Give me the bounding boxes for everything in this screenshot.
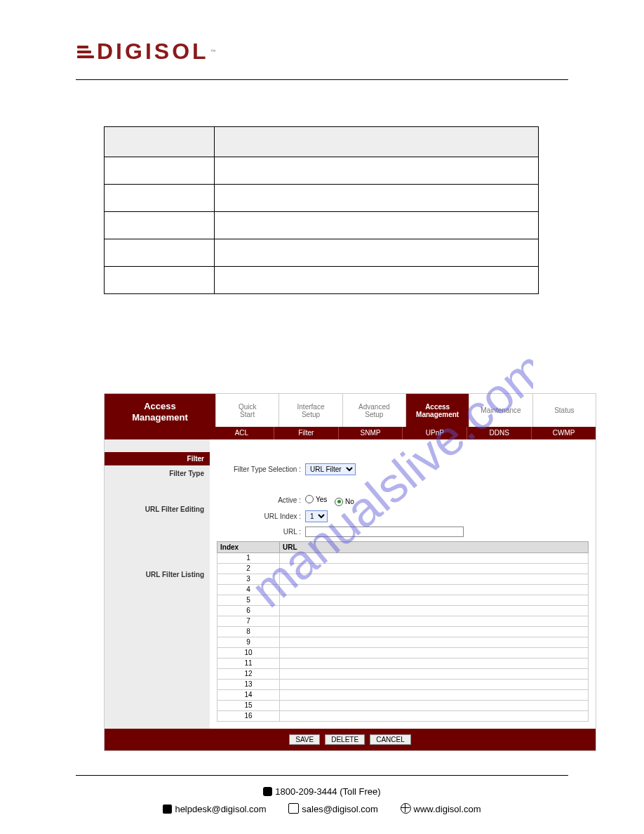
parameter-table (104, 126, 539, 294)
table-row[interactable]: 10 (217, 647, 589, 658)
table-row[interactable]: 1 (217, 552, 589, 563)
footer-web: www.digisol.com (414, 804, 481, 814)
table-row[interactable]: 2 (217, 563, 589, 574)
brand-logo: DIGISOL™ (77, 39, 216, 65)
active-yes-radio[interactable]: Yes (305, 495, 327, 503)
url-input[interactable] (305, 527, 464, 537)
side-label-filter-type: Filter Type (105, 465, 210, 482)
table-row[interactable]: 4 (217, 584, 589, 595)
globe-icon (401, 803, 411, 814)
delete-button[interactable]: DELETE (325, 734, 365, 745)
label-filter-type: Filter Type Selection : (217, 465, 305, 473)
main-tabs: QuickStart InterfaceSetup AdvancedSetup … (215, 394, 596, 427)
hourglass-icon (288, 803, 299, 814)
active-no-radio[interactable]: No (335, 498, 354, 506)
tab-advanced-setup[interactable]: AdvancedSetup (342, 394, 405, 427)
subtab-filter[interactable]: Filter (274, 427, 338, 439)
label-active: Active : (217, 496, 305, 504)
label-url-index: URL Index : (217, 512, 305, 520)
subtab-cwmp[interactable]: CWMP (531, 427, 596, 439)
footer-rule (76, 775, 568, 776)
tab-quick-start[interactable]: QuickStart (215, 394, 279, 427)
footer-helpdesk: helpdesk@digisol.com (175, 804, 266, 814)
filter-type-select[interactable]: URL Filter (305, 463, 356, 475)
tab-access-management[interactable]: AccessManagement (405, 394, 469, 427)
trademark: ™ (210, 48, 216, 55)
side-label-url-editing: URL Filter Editing (105, 501, 210, 517)
table-row[interactable]: 13 (217, 679, 589, 689)
col-url: URL (280, 541, 589, 552)
tab-maintenance[interactable]: Maintenance (469, 394, 532, 427)
tab-status[interactable]: Status (532, 394, 596, 427)
mail-icon (163, 805, 172, 814)
label-url: URL : (217, 528, 305, 536)
table-row[interactable]: 12 (217, 668, 589, 679)
phone-icon (263, 787, 272, 796)
form-area: Filter Type Selection : URL Filter Activ… (210, 439, 596, 729)
side-label-url-listing: URL Filter Listing (105, 567, 210, 583)
table-row[interactable]: 16 (217, 710, 589, 721)
table-row[interactable]: 3 (217, 574, 589, 584)
tab-interface-setup[interactable]: InterfaceSetup (279, 394, 342, 427)
logo-bars-icon (77, 44, 94, 60)
url-index-select[interactable]: 1 (305, 510, 328, 522)
sub-tabs: ACL Filter SNMP UPnP DDNS CWMP (210, 427, 596, 439)
form-footer: SAVE DELETE CANCEL (105, 729, 596, 750)
table-row[interactable]: 11 (217, 658, 589, 668)
save-button[interactable]: SAVE (289, 734, 320, 745)
table-row[interactable]: 8 (217, 626, 589, 637)
subtab-acl[interactable]: ACL (210, 427, 274, 439)
side-labels: Filter Filter Type URL Filter Editing UR… (105, 439, 210, 729)
table-row[interactable]: 14 (217, 689, 589, 700)
table-row[interactable]: 7 (217, 616, 589, 626)
subtab-snmp[interactable]: SNMP (338, 427, 403, 439)
side-head-filter: Filter (105, 452, 210, 465)
table-row[interactable]: 9 (217, 637, 589, 647)
table-row[interactable]: 15 (217, 700, 589, 710)
router-admin-screenshot: AccessManagement QuickStart InterfaceSet… (104, 393, 596, 751)
footer-phone: 1800-209-3444 (Toll Free) (275, 786, 380, 797)
footer-line-2: helpdesk@digisol.com sales@digisol.com w… (0, 803, 644, 814)
url-filter-listing-table: IndexURL 1 2 3 4 5 6 7 8 9 10 11 12 13 1… (217, 541, 589, 722)
section-title: AccessManagement (105, 394, 215, 427)
header-rule (76, 79, 568, 80)
subtab-ddns[interactable]: DDNS (467, 427, 531, 439)
logo-text: DIGISOL (97, 39, 209, 65)
footer-line-1: 1800-209-3444 (Toll Free) (0, 786, 644, 797)
subtab-upnp[interactable]: UPnP (402, 427, 467, 439)
table-row[interactable]: 6 (217, 605, 589, 616)
table-row[interactable]: 5 (217, 595, 589, 605)
col-index: Index (217, 541, 280, 552)
footer-sales: sales@digisol.com (302, 804, 378, 814)
cancel-button[interactable]: CANCEL (370, 734, 411, 745)
